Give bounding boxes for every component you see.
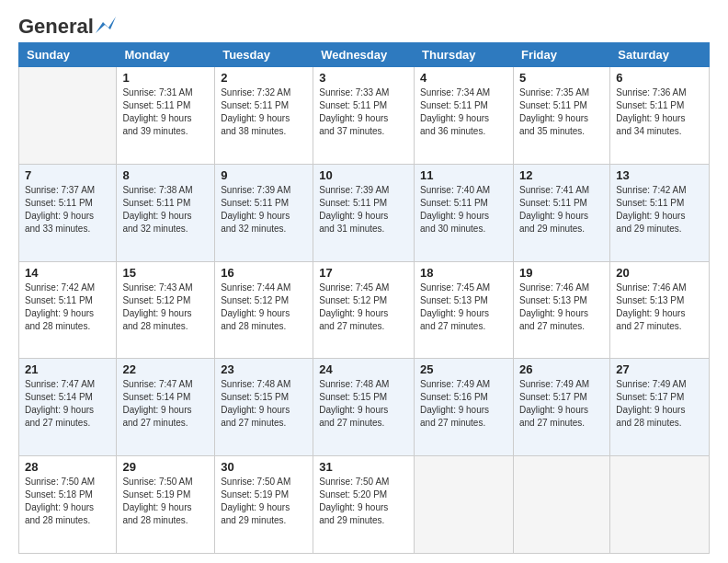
day-number: 7 (25, 168, 110, 182)
calendar-cell: 17Sunrise: 7:45 AM Sunset: 5:12 PM Dayli… (313, 261, 415, 359)
day-info: Sunrise: 7:49 AM Sunset: 5:16 PM Dayligh… (420, 378, 507, 430)
day-info: Sunrise: 7:33 AM Sunset: 5:11 PM Dayligh… (319, 86, 408, 138)
week-row-2: 14Sunrise: 7:42 AM Sunset: 5:11 PM Dayli… (19, 261, 710, 359)
col-header-tuesday: Tuesday (215, 43, 313, 67)
col-header-thursday: Thursday (415, 43, 514, 67)
day-info: Sunrise: 7:50 AM Sunset: 5:19 PM Dayligh… (221, 476, 307, 527)
day-number: 19 (519, 266, 604, 280)
calendar-cell: 5Sunrise: 7:35 AM Sunset: 5:11 PM Daylig… (513, 67, 609, 165)
calendar-cell (415, 456, 514, 554)
calendar-cell: 7Sunrise: 7:37 AM Sunset: 5:11 PM Daylig… (19, 164, 117, 261)
day-number: 14 (25, 266, 110, 280)
day-info: Sunrise: 7:42 AM Sunset: 5:11 PM Dayligh… (616, 184, 703, 236)
day-info: Sunrise: 7:36 AM Sunset: 5:11 PM Dayligh… (616, 86, 703, 138)
day-info: Sunrise: 7:39 AM Sunset: 5:11 PM Dayligh… (221, 184, 307, 236)
day-number: 31 (319, 460, 408, 474)
day-number: 13 (616, 168, 703, 182)
day-number: 18 (420, 266, 507, 280)
day-number: 15 (122, 266, 209, 280)
week-row-4: 28Sunrise: 7:50 AM Sunset: 5:18 PM Dayli… (19, 456, 710, 554)
header: General (18, 15, 710, 33)
logo: General (18, 15, 116, 33)
calendar-cell: 25Sunrise: 7:49 AM Sunset: 5:16 PM Dayli… (415, 359, 514, 456)
calendar-cell: 8Sunrise: 7:38 AM Sunset: 5:11 PM Daylig… (117, 164, 215, 261)
day-number: 17 (319, 266, 408, 280)
calendar-cell: 19Sunrise: 7:46 AM Sunset: 5:13 PM Dayli… (513, 261, 609, 359)
day-number: 20 (616, 266, 703, 280)
day-info: Sunrise: 7:43 AM Sunset: 5:12 PM Dayligh… (122, 282, 209, 333)
day-number: 26 (519, 362, 604, 376)
day-number: 11 (420, 168, 507, 182)
week-row-1: 7Sunrise: 7:37 AM Sunset: 5:11 PM Daylig… (19, 164, 710, 261)
calendar-cell: 22Sunrise: 7:47 AM Sunset: 5:14 PM Dayli… (117, 359, 215, 456)
day-info: Sunrise: 7:32 AM Sunset: 5:11 PM Dayligh… (221, 86, 307, 138)
logo-general: General (18, 15, 94, 39)
calendar-cell: 4Sunrise: 7:34 AM Sunset: 5:11 PM Daylig… (415, 67, 514, 165)
day-number: 28 (25, 460, 110, 474)
day-info: Sunrise: 7:38 AM Sunset: 5:11 PM Dayligh… (122, 184, 209, 236)
calendar-cell: 23Sunrise: 7:48 AM Sunset: 5:15 PM Dayli… (215, 359, 313, 456)
week-row-3: 21Sunrise: 7:47 AM Sunset: 5:14 PM Dayli… (19, 359, 710, 456)
calendar-header-row: SundayMondayTuesdayWednesdayThursdayFrid… (19, 43, 710, 67)
day-info: Sunrise: 7:46 AM Sunset: 5:13 PM Dayligh… (519, 282, 604, 333)
col-header-saturday: Saturday (610, 43, 710, 67)
day-info: Sunrise: 7:47 AM Sunset: 5:14 PM Dayligh… (25, 378, 110, 430)
day-info: Sunrise: 7:34 AM Sunset: 5:11 PM Dayligh… (420, 86, 507, 138)
day-info: Sunrise: 7:47 AM Sunset: 5:14 PM Dayligh… (122, 378, 209, 430)
calendar-cell: 20Sunrise: 7:46 AM Sunset: 5:13 PM Dayli… (610, 261, 710, 359)
calendar-cell: 24Sunrise: 7:48 AM Sunset: 5:15 PM Dayli… (313, 359, 415, 456)
calendar-table: SundayMondayTuesdayWednesdayThursdayFrid… (18, 42, 710, 554)
day-info: Sunrise: 7:42 AM Sunset: 5:11 PM Dayligh… (25, 282, 110, 333)
day-number: 1 (122, 71, 209, 85)
day-info: Sunrise: 7:40 AM Sunset: 5:11 PM Dayligh… (420, 184, 507, 236)
calendar-cell: 12Sunrise: 7:41 AM Sunset: 5:11 PM Dayli… (513, 164, 609, 261)
calendar-cell: 26Sunrise: 7:49 AM Sunset: 5:17 PM Dayli… (513, 359, 609, 456)
day-info: Sunrise: 7:49 AM Sunset: 5:17 PM Dayligh… (519, 378, 604, 430)
page: General SundayMondayTuesdayWednesdayThur… (0, 0, 728, 563)
day-info: Sunrise: 7:45 AM Sunset: 5:13 PM Dayligh… (420, 282, 507, 333)
day-info: Sunrise: 7:35 AM Sunset: 5:11 PM Dayligh… (519, 86, 604, 138)
day-number: 12 (519, 168, 604, 182)
calendar-cell: 11Sunrise: 7:40 AM Sunset: 5:11 PM Dayli… (415, 164, 514, 261)
day-info: Sunrise: 7:50 AM Sunset: 5:19 PM Dayligh… (122, 476, 209, 527)
day-number: 27 (616, 362, 703, 376)
day-info: Sunrise: 7:45 AM Sunset: 5:12 PM Dayligh… (319, 282, 408, 333)
logo-bird-icon (96, 17, 116, 33)
calendar-cell: 16Sunrise: 7:44 AM Sunset: 5:12 PM Dayli… (215, 261, 313, 359)
calendar-cell: 10Sunrise: 7:39 AM Sunset: 5:11 PM Dayli… (313, 164, 415, 261)
day-number: 10 (319, 168, 408, 182)
day-info: Sunrise: 7:48 AM Sunset: 5:15 PM Dayligh… (221, 378, 307, 430)
calendar-cell: 2Sunrise: 7:32 AM Sunset: 5:11 PM Daylig… (215, 67, 313, 165)
day-info: Sunrise: 7:31 AM Sunset: 5:11 PM Dayligh… (122, 86, 209, 138)
calendar-cell: 6Sunrise: 7:36 AM Sunset: 5:11 PM Daylig… (610, 67, 710, 165)
week-row-0: 1Sunrise: 7:31 AM Sunset: 5:11 PM Daylig… (19, 67, 710, 165)
col-header-sunday: Sunday (19, 43, 117, 67)
calendar-cell: 15Sunrise: 7:43 AM Sunset: 5:12 PM Dayli… (117, 261, 215, 359)
calendar-cell: 14Sunrise: 7:42 AM Sunset: 5:11 PM Dayli… (19, 261, 117, 359)
day-number: 4 (420, 71, 507, 85)
col-header-friday: Friday (513, 43, 609, 67)
day-info: Sunrise: 7:46 AM Sunset: 5:13 PM Dayligh… (616, 282, 703, 333)
day-number: 6 (616, 71, 703, 85)
day-number: 16 (221, 266, 307, 280)
day-number: 8 (122, 168, 209, 182)
day-info: Sunrise: 7:41 AM Sunset: 5:11 PM Dayligh… (519, 184, 604, 236)
day-number: 29 (122, 460, 209, 474)
calendar-cell: 27Sunrise: 7:49 AM Sunset: 5:17 PM Dayli… (610, 359, 710, 456)
day-number: 24 (319, 362, 408, 376)
calendar-cell: 18Sunrise: 7:45 AM Sunset: 5:13 PM Dayli… (415, 261, 514, 359)
calendar-cell: 9Sunrise: 7:39 AM Sunset: 5:11 PM Daylig… (215, 164, 313, 261)
calendar-cell: 29Sunrise: 7:50 AM Sunset: 5:19 PM Dayli… (117, 456, 215, 554)
calendar-cell: 3Sunrise: 7:33 AM Sunset: 5:11 PM Daylig… (313, 67, 415, 165)
day-number: 25 (420, 362, 507, 376)
day-info: Sunrise: 7:44 AM Sunset: 5:12 PM Dayligh… (221, 282, 307, 333)
calendar-cell (19, 67, 117, 165)
day-info: Sunrise: 7:37 AM Sunset: 5:11 PM Dayligh… (25, 184, 110, 236)
calendar-cell: 13Sunrise: 7:42 AM Sunset: 5:11 PM Dayli… (610, 164, 710, 261)
day-number: 22 (122, 362, 209, 376)
day-info: Sunrise: 7:50 AM Sunset: 5:20 PM Dayligh… (319, 476, 408, 527)
day-info: Sunrise: 7:50 AM Sunset: 5:18 PM Dayligh… (25, 476, 110, 527)
day-number: 21 (25, 362, 110, 376)
day-number: 2 (221, 71, 307, 85)
day-number: 9 (221, 168, 307, 182)
